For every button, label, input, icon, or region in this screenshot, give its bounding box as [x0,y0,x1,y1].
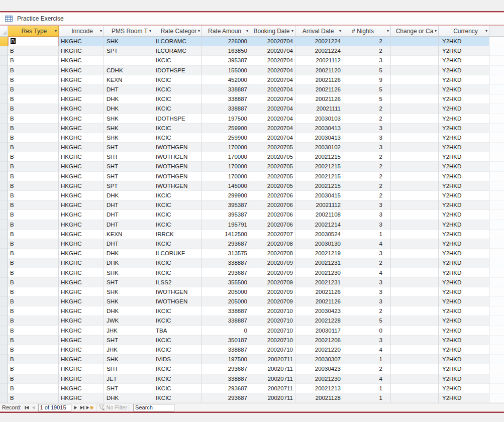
cell-rate-category[interactable]: IKCIC [153,210,202,220]
cell-currency[interactable]: Y2HKD [439,278,489,287]
cell-rate-amount[interactable]: 226000 [202,37,250,46]
cell-nights[interactable]: 3 [343,143,391,152]
object-tab-title[interactable]: Practice Exercise [17,15,64,22]
cell-change-or-cancel[interactable] [391,181,439,191]
cell-currency[interactable]: Y2HKD [439,297,489,306]
cell-currency[interactable]: Y2HKD [439,162,489,171]
cell-inncode[interactable]: HKGHC [59,287,104,297]
cell-currency[interactable]: Y2HKD [439,326,489,336]
cell-arrival-date[interactable]: 20021230 [295,268,343,278]
cell-booking-date[interactable]: 20020711 [250,364,295,374]
cell-inncode[interactable]: HKGHC [59,249,104,258]
next-record-icon[interactable] [73,404,79,411]
cell-currency[interactable]: Y2HKD [439,287,489,297]
cell-rate-category[interactable]: IDOTHSPE [153,66,202,75]
cell-arrival-date[interactable]: 20021215 [295,152,343,162]
cell-rate-amount[interactable]: 293687 [202,393,250,403]
cell-change-or-cancel[interactable] [391,355,439,364]
cell-booking-date[interactable]: 20020711 [250,384,295,393]
cell-rate-amount[interactable]: 205000 [202,297,250,306]
cell-inncode[interactable]: HKGHC [59,258,104,268]
cell-currency[interactable]: Y2HKD [439,306,489,316]
cell-change-or-cancel[interactable] [391,162,439,171]
cell-room-type[interactable]: JHK [104,345,153,355]
cell-nights[interactable]: 2 [343,152,391,162]
cell-arrival-date[interactable]: 20021214 [295,220,343,230]
cell-booking-date[interactable]: 20020710 [250,316,295,326]
cell-arrival-date[interactable]: 20021126 [295,75,343,85]
cell-nights[interactable]: 4 [343,239,391,249]
cell-res-type[interactable]: B [8,326,59,336]
cell-res-type[interactable]: B [8,345,59,355]
cell-rate-amount[interactable]: 170000 [202,143,250,152]
cell-rate-category[interactable]: IKCIC [153,316,202,326]
cell-booking-date[interactable]: 20020705 [250,143,295,152]
cell-rate-category[interactable]: IKCIC [153,200,202,210]
cell-res-type[interactable]: B [8,143,59,152]
cell-nights[interactable]: 2 [343,364,391,374]
cell-res-type[interactable]: B [8,124,59,133]
cell-res-type[interactable]: B [8,316,59,326]
cell-nights[interactable]: 1 [343,384,391,393]
cell-rate-category[interactable]: IKCIC [153,306,202,316]
cell-rate-amount[interactable]: 293687 [202,268,250,278]
cell-rate-amount[interactable]: 338887 [202,94,250,104]
cell-currency[interactable]: Y2HKD [439,374,489,384]
cell-rate-category[interactable]: ILCORUKF [153,249,202,258]
row-selector[interactable] [0,374,8,384]
cell-room-type[interactable]: DHK [104,191,153,200]
row-selector[interactable] [0,258,8,268]
cell-room-type[interactable]: SHT [104,336,153,345]
row-selector[interactable] [0,297,8,306]
cell-res-type[interactable]: B [8,220,59,230]
cell-rate-amount[interactable]: 1412500 [202,230,250,239]
cell-rate-category[interactable]: IDOTHSPE [153,114,202,124]
cell-nights[interactable]: 2 [343,306,391,316]
cell-change-or-cancel[interactable] [391,374,439,384]
cell-rate-category[interactable]: IKCIC [153,75,202,85]
column-header-res-type[interactable]: Res Type▾ [8,26,59,37]
cell-arrival-date[interactable]: 20021230 [295,374,343,384]
cell-inncode[interactable]: HKGHC [59,384,104,393]
cell-rate-amount[interactable]: 338887 [202,316,250,326]
cell-rate-amount[interactable]: 452000 [202,75,250,85]
cell-res-type[interactable]: B [8,374,59,384]
row-selector[interactable] [0,85,8,94]
cell-inncode[interactable]: HKGHC [59,220,104,230]
filter-funnel-icon[interactable] [98,404,106,411]
cell-nights[interactable]: 1 [343,393,391,403]
cell-nights[interactable]: 3 [343,297,391,306]
cell-nights[interactable]: 2 [343,162,391,171]
cell-booking-date[interactable]: 20020704 [250,104,295,114]
cell-nights[interactable]: 2 [343,258,391,268]
cell-inncode[interactable]: HKGHC [59,393,104,403]
cell-room-type[interactable]: SHT [104,143,153,152]
row-selector[interactable] [0,210,8,220]
cell-res-type[interactable]: B [8,172,59,181]
cell-booking-date[interactable]: 20020705 [250,152,295,162]
cell-arrival-date[interactable]: 20021206 [295,336,343,345]
cell-arrival-date[interactable]: 20021120 [295,66,343,75]
row-selector[interactable] [0,94,8,104]
cell-booking-date[interactable]: 20020709 [250,297,295,306]
cell-booking-date[interactable]: 20020706 [250,220,295,230]
row-selector[interactable] [0,200,8,210]
row-selector[interactable] [0,393,8,403]
row-selector[interactable] [0,66,8,75]
cell-currency[interactable]: Y2HKD [439,94,489,104]
cell-booking-date[interactable]: 20020710 [250,345,295,355]
cell-arrival-date[interactable]: 20021224 [295,37,343,46]
cell-booking-date[interactable]: 20020704 [250,37,295,46]
cell-inncode[interactable]: HKGHC [59,191,104,200]
cell-res-type[interactable]: B [8,384,59,393]
cell-change-or-cancel[interactable] [391,133,439,143]
cell-booking-date[interactable]: 20020710 [250,326,295,336]
cell-nights[interactable]: 9 [343,75,391,85]
cell-change-or-cancel[interactable] [391,393,439,403]
cell-inncode[interactable]: HKGHC [59,114,104,124]
cell-booking-date[interactable]: 20020704 [250,75,295,85]
cell-res-type[interactable]: B [8,268,59,278]
cell-change-or-cancel[interactable] [391,66,439,75]
cell-change-or-cancel[interactable] [391,75,439,85]
cell-change-or-cancel[interactable] [391,306,439,316]
